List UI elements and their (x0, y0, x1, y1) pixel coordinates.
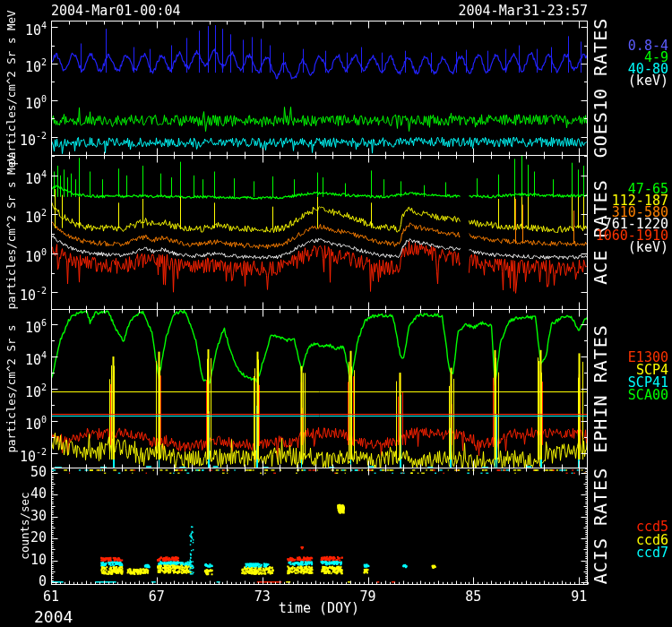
legend-item--kev-: (keV) (628, 73, 668, 89)
radiation-plot-canvas (0, 0, 672, 627)
x-tick-label: 79 (350, 589, 386, 605)
x-tick-label: 73 (245, 589, 280, 605)
y-axis-title: particles/cm^2 Sr s (4, 324, 19, 452)
y-axis-title: particles/cm^2 Sr s MeV (4, 154, 19, 309)
y-tick-label: 0 (2, 574, 47, 589)
plot-start-time: 2004-Mar01-00:04 (51, 4, 181, 19)
year-label: 2004 (34, 609, 73, 624)
panel-title-acis-rates: ACIS RATES (593, 468, 608, 584)
radiation-monitor-screen: { "title": { "start": "2004-Mar01-00:04"… (0, 0, 672, 627)
panel-title-goes10-rates: GOES10 RATES (593, 18, 608, 159)
x-tick-label: 67 (139, 589, 175, 605)
legend-item-sca00: SCA00 (628, 388, 668, 403)
y-axis-title: particles/cm^2 Sr s MeV (4, 10, 19, 165)
legend-item--kev-: (keV) (628, 240, 668, 255)
y-tick-label: 50 (2, 465, 47, 480)
panel-title-ephin-rates: EPHIN RATES (593, 324, 608, 452)
x-tick-label: 61 (33, 589, 69, 605)
x-tick-label: 85 (455, 589, 491, 605)
plot-end-time: 2004-Mar31-23:57 (459, 4, 589, 19)
x-tick-label: 91 (561, 589, 597, 605)
legend-item-ccd7: ccd7 (636, 545, 668, 561)
y-axis-title: counts/sec (17, 492, 32, 559)
